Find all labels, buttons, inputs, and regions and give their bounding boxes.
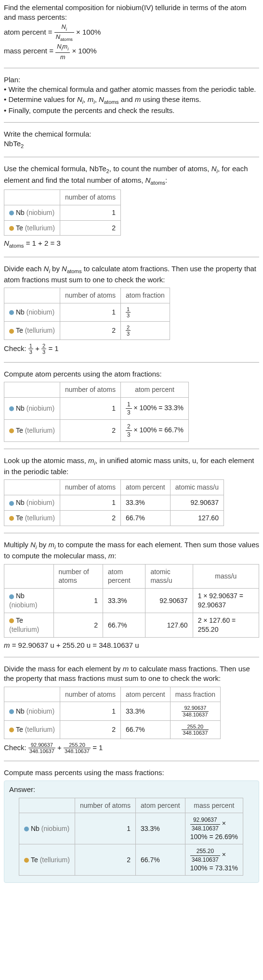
atomic-mass-table: number of atomsatom percentatomic mass/u…	[4, 479, 224, 526]
table-row: Nb (niobium)1	[4, 205, 121, 220]
step-formula-title: Write the chemical formula:	[4, 129, 259, 139]
color-dot-icon	[9, 618, 14, 623]
divider	[4, 657, 259, 657]
color-dot-icon	[9, 516, 14, 521]
color-dot-icon	[9, 728, 14, 732]
divider	[4, 533, 259, 533]
color-dot-icon	[9, 329, 14, 334]
atom-count-table: number of atoms Nb (niobium)1 Te (tellur…	[4, 189, 121, 236]
plan-line-3: • Finally, compute the percents and chec…	[4, 106, 259, 115]
answer-box: Answer: number of atomsatom percentmass …	[4, 780, 259, 883]
divider	[4, 257, 259, 257]
atom-percent-formula: atom percent = Ni Natoms × 100%	[4, 23, 259, 43]
divider	[4, 122, 259, 123]
atom-fraction-check: Check: 13 + 23 = 1	[4, 343, 259, 355]
divider	[4, 157, 259, 157]
intro-text: Find the elemental composition for niobi…	[4, 3, 259, 23]
table-row: Te (tellurium)266.7%127.60	[4, 511, 224, 526]
color-dot-icon	[24, 858, 29, 863]
plan-line-1: • Write the chemical formula and gather …	[4, 85, 259, 94]
table-row: Te (tellurium)223	[4, 322, 170, 340]
color-dot-icon	[9, 594, 14, 599]
m-sum: m = 92.90637 u + 255.20 u = 348.10637 u	[4, 641, 259, 650]
table-row: Nb (niobium)113 × 100% = 33.3%	[4, 397, 189, 419]
color-dot-icon	[9, 406, 14, 411]
mass-fraction-check: Check: 92.90637348.10637 + 255.20348.106…	[4, 742, 259, 754]
color-dot-icon	[9, 501, 14, 506]
divider	[4, 362, 259, 363]
table-row: Nb (niobium)133.3%92.90637	[4, 495, 224, 511]
atom-percent-table: number of atomsatom percent Nb (niobium)…	[4, 382, 189, 442]
color-dot-icon	[9, 310, 14, 315]
answer-label: Answer:	[9, 785, 254, 794]
color-dot-icon	[9, 211, 14, 215]
table-row: Te (tellurium)266.7%255.20348.10637 × 10…	[19, 844, 243, 876]
table-row: Te (tellurium)266.7%255.20348.10637	[4, 720, 221, 739]
divider	[4, 761, 259, 761]
atom-fraction-text: Divide each Ni by Natoms to calculate at…	[4, 264, 259, 285]
color-dot-icon	[9, 709, 14, 714]
table-row: Nb (niobium)133.3%92.90637348.10637	[4, 702, 221, 720]
plan-title: Plan:	[4, 75, 259, 85]
table-row: Nb (niobium)133.3%92.90637348.10637 × 10…	[19, 813, 243, 844]
mass-percent-formula: mass percent = Nimi m × 100%	[4, 42, 259, 61]
table-row: Te (tellurium)266.7%127.602 × 127.60 = 2…	[4, 613, 259, 638]
atom-percent-text: Compute atom percents using the atom fra…	[4, 369, 259, 379]
atom-fraction-table: number of atomsatom fraction Nb (niobium…	[4, 288, 170, 340]
color-dot-icon	[9, 428, 14, 433]
mass-fraction-table: number of atomsatom percentmass fraction…	[4, 687, 221, 739]
table-row: Nb (niobium)113	[4, 303, 170, 322]
divider	[4, 449, 259, 449]
table-row: Te (tellurium)223 × 100% = 66.7%	[4, 419, 189, 441]
mass-fraction-text: Divide the mass for each element by m to…	[4, 664, 259, 684]
plan-line-2: • Determine values for Ni, mi, Natoms an…	[4, 95, 259, 106]
n-atoms-sum: Natoms = 1 + 2 = 3	[4, 239, 259, 250]
divider	[4, 68, 259, 68]
answer-table: number of atomsatom percentmass percent …	[19, 798, 243, 876]
step-formula-value: NbTe2	[4, 139, 259, 150]
multiply-text: Multiply Ni by mi to compute the mass fo…	[4, 540, 259, 561]
lookup-text: Look up the atomic mass, mi, in unified …	[4, 456, 259, 477]
color-dot-icon	[9, 226, 14, 231]
color-dot-icon	[24, 827, 29, 831]
mass-table: number of atomsatom percentatomic mass/u…	[4, 564, 259, 638]
mass-percent-text: Compute mass percents using the mass fra…	[4, 768, 259, 778]
step-count-text: Use the chemical formula, NbTe2, to coun…	[4, 164, 259, 186]
table-row: Te (tellurium)2	[4, 220, 121, 236]
table-row: Nb (niobium)133.3%92.906371 × 92.90637 =…	[4, 589, 259, 613]
